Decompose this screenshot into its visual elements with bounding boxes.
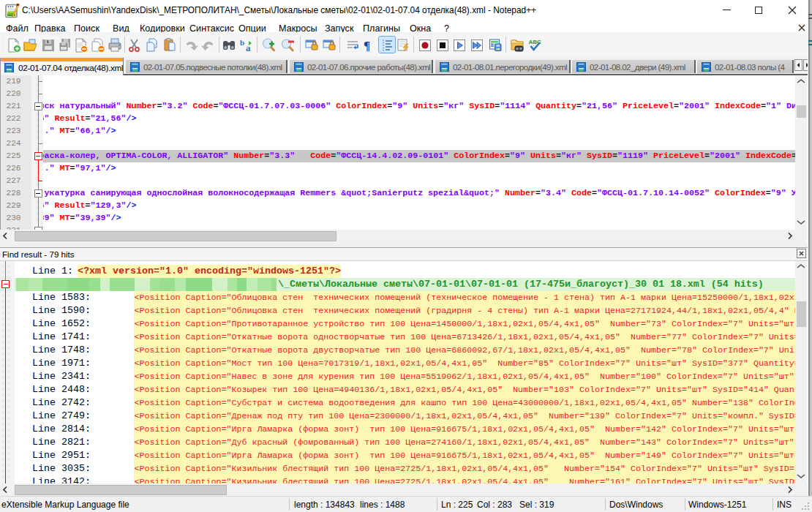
svg-text:b: b [240, 38, 244, 47]
svg-text:¶: ¶ [364, 39, 370, 53]
